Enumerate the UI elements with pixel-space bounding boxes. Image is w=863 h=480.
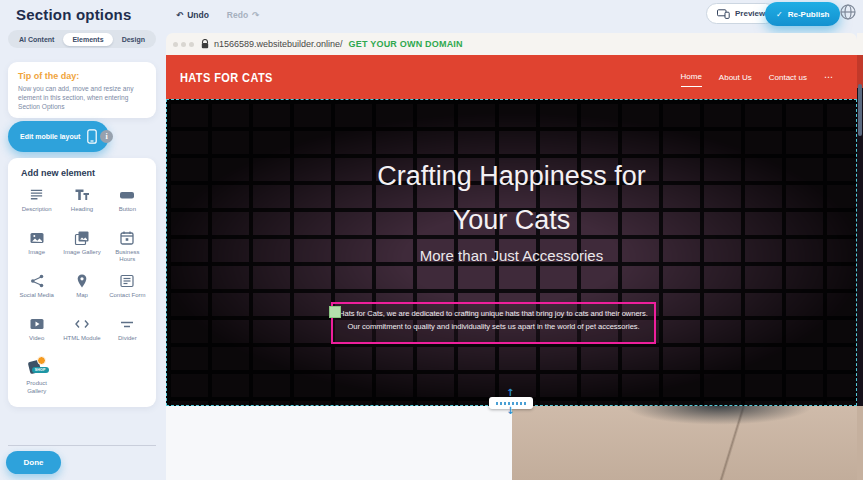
globe-icon bbox=[839, 3, 857, 21]
tab-ai-content[interactable]: AI Content bbox=[10, 33, 63, 46]
tab-elements[interactable]: Elements bbox=[63, 33, 112, 46]
element-drag-handle[interactable] bbox=[329, 306, 341, 318]
site-nav: Home About Us Contact us ⋯ bbox=[681, 55, 834, 99]
add-element-panel: Add new element Description Heading bbox=[8, 158, 156, 407]
element-divider[interactable]: Divider bbox=[105, 315, 150, 349]
product-gallery-icon: SHOP bbox=[27, 358, 47, 377]
social-media-icon bbox=[28, 272, 45, 289]
code-icon bbox=[73, 315, 90, 332]
selected-text-element[interactable]: Hats for Cats, we are dedicated to craft… bbox=[331, 302, 656, 344]
hero-subtitle: More than Just Accessories bbox=[167, 247, 856, 264]
element-image-gallery[interactable]: Image Gallery bbox=[59, 229, 104, 263]
element-social-media[interactable]: Social Media bbox=[14, 272, 59, 306]
tip-body: Now you can add, move and resize any ele… bbox=[18, 85, 146, 112]
element-product-gallery[interactable]: SHOP Product Gallery bbox=[14, 358, 59, 394]
element-html-module[interactable]: HTML Module bbox=[59, 315, 104, 349]
nav-more-icon[interactable]: ⋯ bbox=[824, 72, 833, 82]
divider-icon bbox=[119, 315, 136, 332]
hero-title: Crafting Happiness for Your Cats bbox=[167, 155, 856, 242]
undo-button[interactable]: ↶ Undo bbox=[170, 8, 215, 22]
tip-of-the-day-card: Tip of the day: Now you can add, move an… bbox=[8, 62, 156, 118]
element-grid: Description Heading Button bbox=[14, 186, 150, 395]
element-contact-form[interactable]: Contact Form bbox=[105, 272, 150, 306]
devices-icon bbox=[717, 9, 730, 19]
sidebar-tab-bar: AI Content Elements Design bbox=[8, 30, 156, 48]
site-logo[interactable]: HATS FOR CATS bbox=[180, 70, 273, 84]
button-icon bbox=[119, 186, 136, 203]
page-title: Section options bbox=[16, 6, 132, 23]
image-gallery-icon bbox=[73, 229, 90, 246]
scrollbar-track bbox=[857, 33, 863, 55]
sidebar-divider bbox=[8, 445, 156, 446]
preview-scrollbar bbox=[857, 0, 863, 480]
element-business-hours[interactable]: Business Hours bbox=[105, 229, 150, 263]
element-button[interactable]: Button bbox=[105, 186, 150, 220]
history-controls: ↶ Undo Redo ↷ bbox=[170, 8, 265, 22]
address-bar-url[interactable]: n1566589.websitebuilder.online/ bbox=[214, 39, 343, 49]
window-dots bbox=[173, 42, 194, 47]
element-description[interactable]: Description bbox=[14, 186, 59, 220]
edit-mobile-layout-button[interactable]: Edit mobile layout bbox=[8, 121, 109, 152]
element-heading[interactable]: Heading bbox=[59, 186, 104, 220]
contact-form-icon bbox=[119, 272, 136, 289]
republish-button[interactable]: ✓ Re-Publish bbox=[765, 2, 840, 26]
redo-icon: ↷ bbox=[252, 10, 259, 20]
element-image[interactable]: Image bbox=[14, 229, 59, 263]
tab-design[interactable]: Design bbox=[113, 33, 154, 46]
description-icon bbox=[28, 186, 45, 203]
redo-button[interactable]: Redo ↷ bbox=[221, 8, 265, 22]
check-icon: ✓ bbox=[776, 10, 783, 19]
phone-icon bbox=[87, 129, 97, 144]
image-icon bbox=[28, 229, 45, 246]
scrollbar-track bbox=[857, 0, 863, 33]
scrollbar-thumb[interactable] bbox=[858, 84, 862, 136]
app-window: Section options ↶ Undo Redo ↷ Preview ✓ … bbox=[0, 0, 863, 480]
element-map[interactable]: Map bbox=[59, 272, 104, 306]
scrollbar-track bbox=[857, 406, 863, 480]
next-section-background bbox=[166, 406, 512, 480]
video-icon bbox=[28, 315, 45, 332]
next-section-image bbox=[512, 406, 857, 480]
language-globe-button[interactable] bbox=[839, 3, 857, 21]
nav-about-us[interactable]: About Us bbox=[719, 73, 752, 82]
add-element-title: Add new element bbox=[21, 168, 150, 178]
tip-title: Tip of the day: bbox=[18, 71, 146, 81]
map-pin-icon bbox=[73, 272, 90, 289]
shop-badge: SHOP bbox=[32, 367, 49, 373]
info-icon[interactable]: i bbox=[100, 130, 113, 143]
heading-icon bbox=[73, 186, 90, 203]
element-video[interactable]: Video bbox=[14, 315, 59, 349]
undo-icon: ↶ bbox=[176, 10, 183, 20]
resize-arrow-down-icon: ↓ bbox=[506, 405, 514, 416]
nav-contact-us[interactable]: Contact us bbox=[769, 73, 807, 82]
business-hours-icon bbox=[119, 229, 136, 246]
done-button[interactable]: Done bbox=[6, 451, 61, 474]
notification-badge bbox=[37, 356, 46, 365]
site-header: HATS FOR CATS Home About Us Contact us ⋯ bbox=[166, 55, 857, 99]
hero-section[interactable]: Crafting Happiness for Your Cats More th… bbox=[166, 99, 857, 406]
get-domain-link[interactable]: GET YOUR OWN DOMAIN bbox=[349, 39, 463, 49]
lock-icon bbox=[201, 39, 209, 49]
nav-home[interactable]: Home bbox=[681, 72, 702, 87]
browser-chrome: n1566589.websitebuilder.online/ GET YOUR… bbox=[166, 33, 857, 55]
